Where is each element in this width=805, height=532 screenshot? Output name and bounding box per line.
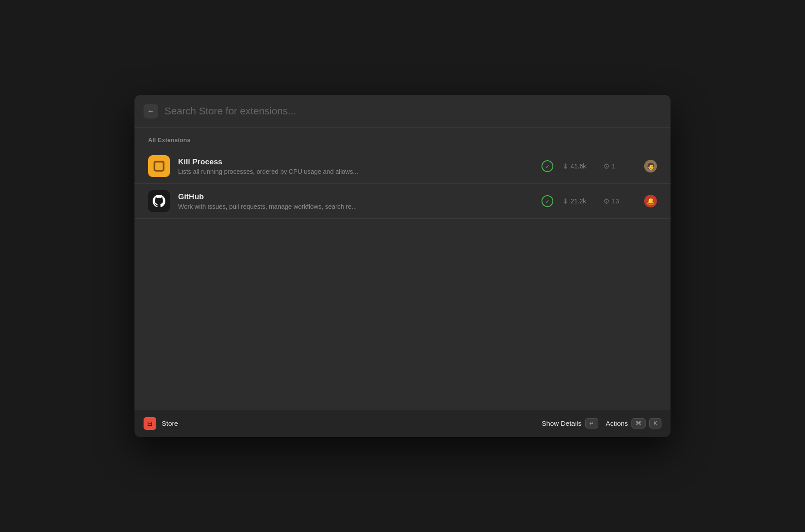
search-bar: ←	[134, 95, 671, 128]
author-avatar-kill-process: 🧑	[644, 160, 657, 172]
k-key-badge: K	[649, 418, 661, 429]
author-icon: 🧑	[647, 163, 655, 170]
footer-actions: Show Details ↵ Actions ⌘ K	[542, 418, 661, 429]
footer: ⊟ Store Show Details ↵ Actions ⌘ K	[134, 409, 671, 437]
gear-icon: ⚙	[603, 197, 610, 206]
back-icon: ←	[147, 107, 154, 115]
checkmark-icon: ✓	[545, 198, 550, 205]
main-window: ← All Extensions Kill Process Lists all …	[134, 95, 671, 437]
back-button[interactable]: ←	[144, 104, 158, 118]
installed-badge-kill-process: ✓	[542, 160, 553, 172]
command-count-github: ⚙ 13	[603, 197, 635, 206]
svg-rect-0	[154, 162, 164, 171]
enter-key-badge: ↵	[585, 418, 598, 429]
checkmark-icon: ✓	[545, 163, 550, 170]
download-value: 41.6k	[571, 163, 586, 170]
show-details-button[interactable]: Show Details	[542, 419, 582, 427]
command-value: 1	[612, 163, 616, 170]
extension-desc-github: Work with issues, pull requests, manage …	[178, 203, 533, 210]
extension-info-kill-process: Kill Process Lists all running processes…	[178, 158, 533, 175]
cmd-key-badge: ⌘	[631, 418, 646, 429]
extension-item-kill-process[interactable]: Kill Process Lists all running processes…	[134, 149, 671, 183]
extension-name-kill-process: Kill Process	[178, 158, 533, 167]
actions-button[interactable]: Actions	[606, 419, 628, 427]
section-label: All Extensions	[134, 137, 671, 149]
download-count-kill-process: ⬇ 41.6k	[562, 162, 594, 171]
extension-info-github: GitHub Work with issues, pull requests, …	[178, 192, 533, 210]
installed-badge-github: ✓	[542, 195, 553, 207]
extension-desc-kill-process: Lists all running processes, ordered by …	[178, 168, 533, 175]
app-icon: ⊟	[144, 417, 156, 430]
extensions-list: Kill Process Lists all running processes…	[134, 149, 671, 219]
divider	[134, 218, 671, 219]
extension-item-github[interactable]: GitHub Work with issues, pull requests, …	[134, 184, 671, 218]
command-value: 13	[612, 197, 619, 205]
search-input[interactable]	[164, 105, 661, 117]
author-avatar-github: 🔔	[644, 195, 657, 207]
extension-meta-kill-process: ✓ ⬇ 41.6k ⚙ 1 🧑	[542, 160, 657, 172]
app-name: Store	[162, 419, 178, 427]
content-area: All Extensions Kill Process Lists all ru…	[134, 128, 671, 409]
download-icon: ⬇	[562, 162, 568, 171]
download-count-github: ⬇ 21.2k	[562, 197, 594, 206]
download-icon: ⬇	[562, 197, 568, 206]
extension-icon-kill-process	[148, 155, 170, 177]
extension-meta-github: ✓ ⬇ 21.2k ⚙ 13 🔔	[542, 195, 657, 207]
gear-icon: ⚙	[603, 162, 610, 171]
store-icon: ⊟	[147, 420, 153, 427]
command-count-kill-process: ⚙ 1	[603, 162, 635, 171]
extension-icon-github	[148, 190, 170, 212]
download-value: 21.2k	[571, 197, 586, 205]
author-icon: 🔔	[647, 197, 655, 205]
extension-name-github: GitHub	[178, 192, 533, 202]
